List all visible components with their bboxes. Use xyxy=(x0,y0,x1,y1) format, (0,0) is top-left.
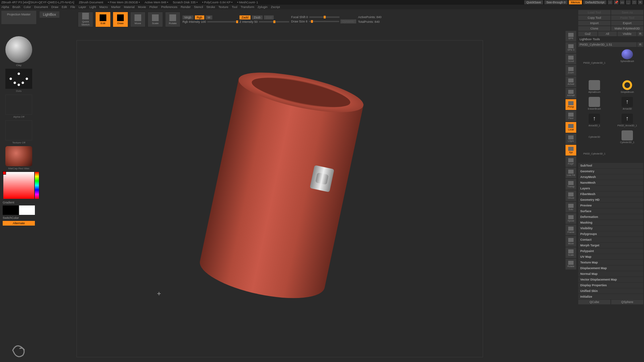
draw-size-slider[interactable] xyxy=(309,21,339,22)
menu-zscript[interactable]: Zscript xyxy=(271,5,280,9)
palette-polypaint[interactable]: Polypaint xyxy=(578,248,643,254)
menu-brush[interactable]: Brush xyxy=(12,5,20,9)
nav-scroll[interactable]: Scroll xyxy=(566,54,576,64)
tool-eraserbrush[interactable]: EraserBrush xyxy=(578,95,610,111)
nav-xyz[interactable]: Xyz xyxy=(566,145,576,156)
qcube-button[interactable]: QCube xyxy=(578,300,610,304)
zadd-toggle[interactable]: Zadd xyxy=(239,15,251,19)
switchcolor-button[interactable]: SwitchColor xyxy=(1,216,36,220)
menu-transform[interactable]: Transform xyxy=(240,5,254,9)
tool-pm3d_cylinder3d_1[interactable]: PM3D_Cylinder3D_1 xyxy=(578,145,610,162)
nav-solo[interactable]: Solo xyxy=(566,202,576,213)
black-swatch[interactable] xyxy=(3,205,18,215)
nav-aahalf[interactable]: AAHalf xyxy=(566,88,576,99)
palette-display-properties[interactable]: Display Properties xyxy=(578,283,643,288)
alternate-button[interactable]: Alternate xyxy=(3,221,35,226)
minimize-icon[interactable]: _ xyxy=(626,0,631,4)
mrgb-toggle[interactable]: Mrgb xyxy=(182,15,194,19)
nav-scale[interactable]: Scale xyxy=(566,247,576,258)
copy-tool-button[interactable]: Copy Tool xyxy=(578,15,610,20)
rgb-intensity-slider[interactable] xyxy=(207,21,237,22)
r-toggle[interactable]: R xyxy=(637,42,643,47)
pin-icon[interactable]: 📌 xyxy=(614,0,619,4)
nav-lsym[interactable]: LSym xyxy=(566,133,576,144)
projection-master-button[interactable]: Projection Master xyxy=(1,11,36,24)
make-polymesh-button[interactable]: Make PolyMesh3D xyxy=(611,26,643,31)
zsub-toggle[interactable]: Zsub xyxy=(252,15,263,19)
save-as-button[interactable]: Save As xyxy=(611,10,643,15)
palette-polygroups[interactable]: Polygroups xyxy=(578,231,643,237)
close-icon[interactable]: ✕ xyxy=(638,0,643,4)
palette-visibility[interactable]: Visibility xyxy=(578,226,643,231)
palette-geometry-hd[interactable]: Geometry HD xyxy=(578,197,643,202)
export-button[interactable]: Export xyxy=(611,21,643,25)
goz-button[interactable]: GoZ xyxy=(578,32,597,36)
secondary-color-icon[interactable] xyxy=(3,171,6,175)
palette-surface[interactable]: Surface xyxy=(578,208,643,214)
lightbox-button[interactable]: LightBox xyxy=(40,11,59,18)
brush-preview[interactable] xyxy=(5,36,32,63)
menu-color[interactable]: Color xyxy=(24,5,31,9)
palette-texture-map[interactable]: Texture Map xyxy=(578,260,643,265)
palette-fibermesh[interactable]: FiberMesh xyxy=(578,191,643,197)
menu-stroke[interactable]: Stroke xyxy=(206,5,215,9)
tool-cylinder3d_1[interactable]: Cylinder3D_1 xyxy=(611,129,643,145)
menu-render[interactable]: Render xyxy=(181,5,191,9)
canvas[interactable] xyxy=(76,40,483,357)
nav-xpose[interactable]: Xpose xyxy=(566,213,576,224)
tool-cylinder3d[interactable]: Cylinder3D xyxy=(578,129,610,145)
alpha-preview[interactable] xyxy=(5,95,32,115)
goz-r-button[interactable]: R xyxy=(637,32,643,36)
tool-simplebrush[interactable]: SimpleBrush xyxy=(611,78,643,95)
palette-deformation[interactable]: Deformation xyxy=(578,214,643,220)
white-swatch[interactable] xyxy=(19,205,35,215)
menu-document[interactable]: Document xyxy=(34,5,48,9)
seethrough-slider[interactable]: See-through 0 xyxy=(544,0,568,4)
palette-arraymesh[interactable]: ArrayMesh xyxy=(578,174,643,180)
menu-tool[interactable]: Tool xyxy=(232,5,237,9)
paste-tool-button[interactable]: Paste Tool xyxy=(611,15,643,20)
maximize-icon[interactable]: □ xyxy=(632,0,637,4)
menu-file[interactable]: File xyxy=(70,5,75,9)
palette-uv-map[interactable]: UV Map xyxy=(578,254,643,259)
palette-unified-skin[interactable]: Unified Skin xyxy=(578,288,643,294)
palette-initialize[interactable]: Initialize xyxy=(578,294,643,299)
stroke-preview[interactable] xyxy=(5,69,32,89)
nav-frame[interactable]: Frame xyxy=(566,225,576,235)
menu-macro[interactable]: Macro xyxy=(99,5,108,9)
import-button[interactable]: Import xyxy=(578,21,610,25)
focal-shift-slider[interactable] xyxy=(309,16,339,18)
draw-button[interactable]: Draw xyxy=(113,12,128,27)
palette-morph-target[interactable]: Morph Target xyxy=(578,243,643,248)
z-intensity-slider[interactable] xyxy=(259,21,289,22)
load-tool-button[interactable]: Load Tool xyxy=(578,10,610,15)
palette-masking[interactable]: Masking xyxy=(578,220,643,225)
nav-local[interactable]: Local xyxy=(566,122,576,133)
nav-floor[interactable]: Floor xyxy=(566,111,576,121)
nav-transp[interactable]: Transp xyxy=(566,179,576,190)
palette-nanomesh[interactable]: NanoMesh xyxy=(578,180,643,185)
zcut-toggle[interactable]: Zcut xyxy=(264,15,274,19)
nav-move[interactable]: Move xyxy=(566,236,576,247)
tool-arrow3d_1[interactable]: Arrow3D_1 xyxy=(578,112,610,128)
nav-persp[interactable]: Persp xyxy=(566,99,576,110)
qsphere-button[interactable]: QSphere xyxy=(611,300,643,304)
menu-light[interactable]: Light xyxy=(90,5,96,9)
menu-edit[interactable]: Edit xyxy=(62,5,67,9)
menu-preferences[interactable]: Preferences xyxy=(161,5,177,9)
material-preview[interactable] xyxy=(5,146,32,166)
lightbox-tools-header[interactable]: Lightbox› Tools xyxy=(578,37,643,42)
tool-current[interactable]: PM3D_Cylinder3D_1 xyxy=(578,48,610,78)
color-picker[interactable] xyxy=(3,172,34,199)
tool-spherebrush[interactable]: SphereBrush xyxy=(611,48,643,64)
tool-alphabrush[interactable]: AlphaBrush xyxy=(578,78,610,95)
rotate-button[interactable]: Rotate xyxy=(165,12,180,27)
menu-picker[interactable]: Picker xyxy=(149,5,158,9)
palette-subtool[interactable]: SubTool xyxy=(578,163,643,168)
goz-all-button[interactable]: All xyxy=(598,32,617,36)
nav-line-fill[interactable]: Line Fill xyxy=(566,168,576,178)
palette-contact[interactable]: Contact xyxy=(578,237,643,242)
texture-preview[interactable] xyxy=(5,120,32,140)
scale-button[interactable]: Scale xyxy=(148,12,163,27)
clone-button[interactable]: Clone xyxy=(578,26,610,31)
